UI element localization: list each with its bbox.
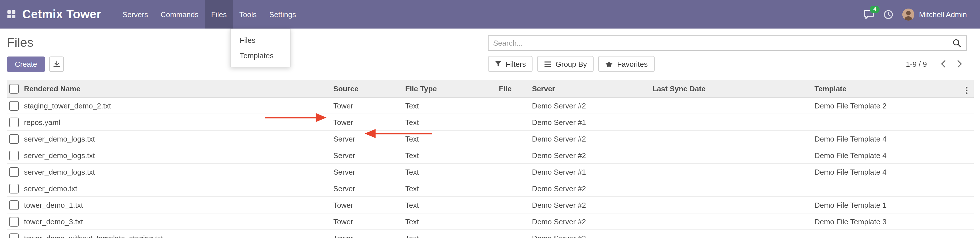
- search-submit-button[interactable]: [950, 38, 966, 47]
- filters-button[interactable]: Filters: [488, 56, 533, 72]
- favorites-button[interactable]: Favorites: [598, 56, 655, 72]
- column-header-last-sync-date[interactable]: Last Sync Date: [652, 80, 815, 97]
- cell-file-type[interactable]: Text: [405, 163, 499, 180]
- row-checkbox[interactable]: [9, 184, 19, 193]
- cell-rendered-name[interactable]: server_demo_logs.txt: [24, 130, 333, 147]
- column-header-file-type[interactable]: File Type: [405, 80, 499, 97]
- table-row[interactable]: server_demo_logs.txtServerTextDemo Serve…: [7, 163, 974, 180]
- column-header-server[interactable]: Server: [532, 80, 652, 97]
- menu-files[interactable]: Files: [205, 0, 233, 29]
- cell-source[interactable]: Server: [333, 147, 405, 163]
- cell-template[interactable]: Demo File Template 1: [815, 197, 963, 213]
- cell-rendered-name[interactable]: tower_demo_3.txt: [24, 213, 333, 230]
- cell-last-sync-date[interactable]: [652, 213, 815, 230]
- menu-tools[interactable]: Tools: [233, 0, 263, 29]
- cell-last-sync-date[interactable]: [652, 197, 815, 213]
- table-row[interactable]: tower_demo_1.txtTowerTextDemo Server #2D…: [7, 197, 974, 213]
- cell-file-type[interactable]: Text: [405, 130, 499, 147]
- table-row[interactable]: server_demo.txtServerTextDemo Server #2: [7, 180, 974, 197]
- cell-file[interactable]: [499, 230, 532, 238]
- cell-server[interactable]: Demo Server #2: [532, 180, 652, 197]
- cell-last-sync-date[interactable]: [652, 97, 815, 114]
- activities-menu-button[interactable]: [883, 10, 893, 19]
- cell-last-sync-date[interactable]: [652, 230, 815, 238]
- cell-rendered-name[interactable]: tower_demo_1.txt: [24, 197, 333, 213]
- cell-last-sync-date[interactable]: [652, 114, 815, 130]
- menu-commands[interactable]: Commands: [154, 0, 205, 29]
- cell-file-type[interactable]: Text: [405, 97, 499, 114]
- cell-file-type[interactable]: Text: [405, 230, 499, 238]
- cell-file[interactable]: [499, 197, 532, 213]
- cell-template[interactable]: [815, 230, 963, 238]
- table-row[interactable]: staging_tower_demo_2.txtTowerTextDemo Se…: [7, 97, 974, 114]
- cell-source[interactable]: Tower: [333, 114, 405, 130]
- cell-source[interactable]: Tower: [333, 197, 405, 213]
- optional-columns-icon[interactable]: [963, 86, 970, 95]
- cell-file[interactable]: [499, 147, 532, 163]
- cell-file-type[interactable]: Text: [405, 213, 499, 230]
- row-checkbox[interactable]: [9, 200, 19, 210]
- pager-next-button[interactable]: [953, 58, 967, 70]
- cell-template[interactable]: Demo File Template 4: [815, 130, 963, 147]
- group-by-button[interactable]: Group By: [538, 56, 594, 72]
- table-row[interactable]: tower_demo_3.txtTowerTextDemo Server #2D…: [7, 213, 974, 230]
- cell-source[interactable]: Server: [333, 130, 405, 147]
- column-header-template[interactable]: Template: [815, 80, 963, 97]
- cell-rendered-name[interactable]: server_demo_logs.txt: [24, 163, 333, 180]
- column-header-rendered-name[interactable]: Rendered Name: [24, 80, 333, 97]
- row-checkbox[interactable]: [9, 233, 19, 238]
- cell-template[interactable]: [815, 114, 963, 130]
- cell-server[interactable]: Demo Server #1: [532, 163, 652, 180]
- cell-file[interactable]: [499, 180, 532, 197]
- table-row[interactable]: server_demo_logs.txtServerTextDemo Serve…: [7, 147, 974, 163]
- cell-template[interactable]: Demo File Template 4: [815, 163, 963, 180]
- cell-source[interactable]: Server: [333, 180, 405, 197]
- cell-last-sync-date[interactable]: [652, 180, 815, 197]
- user-menu[interactable]: Mitchell Admin: [902, 8, 967, 20]
- cell-rendered-name[interactable]: repos.yaml: [24, 114, 333, 130]
- cell-last-sync-date[interactable]: [652, 130, 815, 147]
- cell-file[interactable]: [499, 163, 532, 180]
- cell-server[interactable]: Demo Server #2: [532, 147, 652, 163]
- cell-server[interactable]: Demo Server #1: [532, 114, 652, 130]
- create-button[interactable]: Create: [7, 56, 45, 71]
- cell-file[interactable]: [499, 114, 532, 130]
- cell-file[interactable]: [499, 97, 532, 114]
- menu-servers[interactable]: Servers: [116, 0, 154, 29]
- cell-source[interactable]: Tower: [333, 97, 405, 114]
- table-row[interactable]: repos.yamlTowerTextDemo Server #1: [7, 114, 974, 130]
- cell-template[interactable]: Demo File Template 4: [815, 147, 963, 163]
- cell-last-sync-date[interactable]: [652, 163, 815, 180]
- column-header-file[interactable]: File: [499, 80, 532, 97]
- messages-menu-button[interactable]: 4: [864, 10, 874, 19]
- cell-file[interactable]: [499, 213, 532, 230]
- row-checkbox[interactable]: [9, 151, 19, 160]
- dropdown-item-templates[interactable]: Templates: [231, 48, 290, 63]
- row-checkbox[interactable]: [9, 134, 19, 144]
- search-input[interactable]: [488, 36, 950, 50]
- cell-server[interactable]: Demo Server #2: [532, 213, 652, 230]
- cell-server[interactable]: Demo Server #2: [532, 230, 652, 238]
- cell-source[interactable]: Tower: [333, 213, 405, 230]
- row-checkbox[interactable]: [9, 101, 19, 110]
- cell-file-type[interactable]: Text: [405, 114, 499, 130]
- cell-last-sync-date[interactable]: [652, 147, 815, 163]
- cell-source[interactable]: Tower: [333, 230, 405, 238]
- cell-file-type[interactable]: Text: [405, 197, 499, 213]
- apps-grid-icon[interactable]: [8, 10, 16, 18]
- pager-previous-button[interactable]: [936, 58, 950, 70]
- cell-rendered-name[interactable]: server_demo_logs.txt: [24, 147, 333, 163]
- cell-template[interactable]: Demo File Template 2: [815, 97, 963, 114]
- table-row[interactable]: server_demo_logs.txtServerTextDemo Serve…: [7, 130, 974, 147]
- select-all-checkbox[interactable]: [9, 84, 19, 93]
- menu-settings[interactable]: Settings: [263, 0, 302, 29]
- row-checkbox[interactable]: [9, 167, 19, 177]
- column-header-source[interactable]: Source: [333, 80, 405, 97]
- cell-source[interactable]: Server: [333, 163, 405, 180]
- cell-template[interactable]: Demo File Template 3: [815, 213, 963, 230]
- cell-server[interactable]: Demo Server #2: [532, 97, 652, 114]
- dropdown-item-files[interactable]: Files: [231, 33, 290, 48]
- cell-server[interactable]: Demo Server #2: [532, 197, 652, 213]
- cell-file[interactable]: [499, 130, 532, 147]
- table-row[interactable]: tower_demo_without_template_staging.txtT…: [7, 230, 974, 238]
